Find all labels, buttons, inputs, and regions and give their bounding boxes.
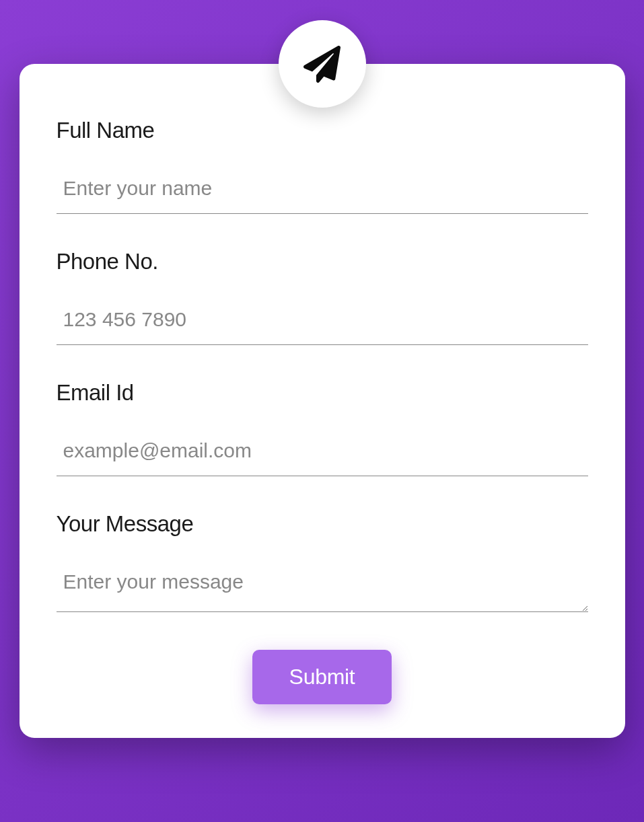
submit-button[interactable]: Submit [252, 650, 392, 704]
email-input[interactable] [57, 434, 588, 476]
submit-wrapper: Submit [57, 650, 588, 704]
email-label: Email Id [57, 380, 588, 406]
message-label: Your Message [57, 511, 588, 537]
message-group: Your Message [57, 511, 588, 615]
paper-plane-icon [279, 20, 366, 108]
full-name-input[interactable] [57, 172, 588, 214]
phone-group: Phone No. [57, 249, 588, 345]
phone-label: Phone No. [57, 249, 588, 274]
full-name-label: Full Name [57, 118, 588, 143]
contact-form-card: Full Name Phone No. Email Id Your Messag… [20, 64, 625, 738]
full-name-group: Full Name [57, 118, 588, 214]
message-input[interactable] [57, 565, 588, 612]
email-group: Email Id [57, 380, 588, 476]
phone-input[interactable] [57, 303, 588, 345]
